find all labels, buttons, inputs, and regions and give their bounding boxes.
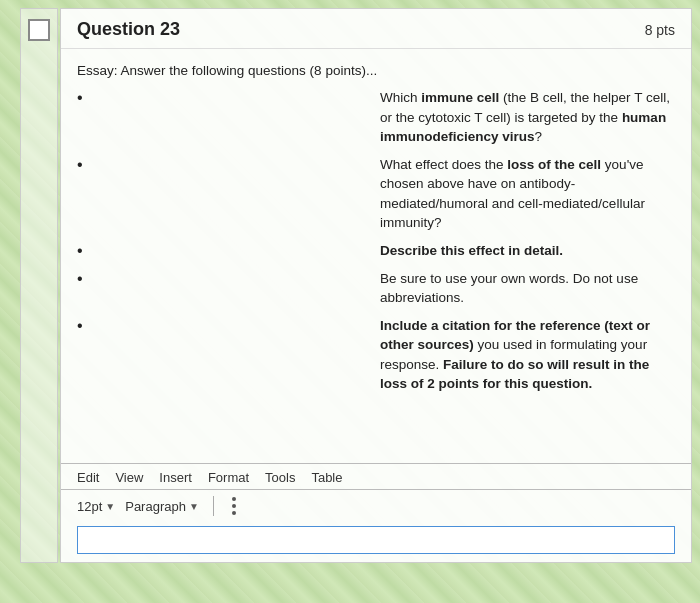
left-panel	[20, 8, 58, 563]
bullet-text-2: What effect does the loss of the cell yo…	[380, 155, 675, 233]
points-label: 8 pts	[645, 22, 675, 38]
dot-icon	[232, 497, 236, 501]
font-size-dropdown[interactable]: 12pt ▼	[77, 499, 115, 514]
bullet-dot: •	[77, 90, 372, 106]
font-size-chevron-icon: ▼	[105, 501, 115, 512]
list-item: • Include a citation for the reference (…	[77, 316, 675, 394]
dot-icon	[232, 511, 236, 515]
list-item: • Which immune cell (the B cell, the hel…	[77, 88, 675, 147]
bullet-text-3: Describe this effect in detail.	[380, 241, 675, 261]
toolbar-divider	[213, 496, 214, 516]
bullet-text-4: Be sure to use your own words. Do not us…	[380, 269, 675, 308]
list-item: • What effect does the loss of the cell …	[77, 155, 675, 233]
font-size-value: 12pt	[77, 499, 102, 514]
text-input-area[interactable]	[77, 526, 675, 554]
menu-table[interactable]: Table	[311, 470, 342, 485]
card-header: Question 23 8 pts	[61, 9, 691, 49]
checkbox-icon[interactable]	[28, 19, 50, 41]
dot-icon	[232, 504, 236, 508]
menu-view[interactable]: View	[115, 470, 143, 485]
bullet-list: • Which immune cell (the B cell, the hel…	[77, 88, 675, 394]
menu-tools[interactable]: Tools	[265, 470, 295, 485]
bullet-dot: •	[77, 271, 372, 287]
question-title: Question 23	[77, 19, 180, 40]
bullet-dot: •	[77, 157, 372, 173]
question-card: Question 23 8 pts Essay: Answer the foll…	[60, 8, 692, 563]
editor-controls: 12pt ▼ Paragraph ▼	[61, 489, 691, 522]
paragraph-chevron-icon: ▼	[189, 501, 199, 512]
paragraph-dropdown[interactable]: Paragraph ▼	[125, 499, 199, 514]
paragraph-value: Paragraph	[125, 499, 186, 514]
bullet-dot: •	[77, 243, 372, 259]
essay-prompt: Essay: Answer the following questions (8…	[77, 63, 675, 78]
list-item: • Be sure to use your own words. Do not …	[77, 269, 675, 308]
menu-edit[interactable]: Edit	[77, 470, 99, 485]
card-body: Essay: Answer the following questions (8…	[61, 49, 691, 463]
bullet-text-5: Include a citation for the reference (te…	[380, 316, 675, 394]
bullet-text-1: Which immune cell (the B cell, the helpe…	[380, 88, 675, 147]
list-item: • Describe this effect in detail.	[77, 241, 675, 261]
menu-format[interactable]: Format	[208, 470, 249, 485]
editor-toolbar: Edit View Insert Format Tools Table	[61, 463, 691, 489]
more-options-button[interactable]	[228, 495, 240, 517]
menu-insert[interactable]: Insert	[159, 470, 192, 485]
bullet-dot: •	[77, 318, 372, 334]
